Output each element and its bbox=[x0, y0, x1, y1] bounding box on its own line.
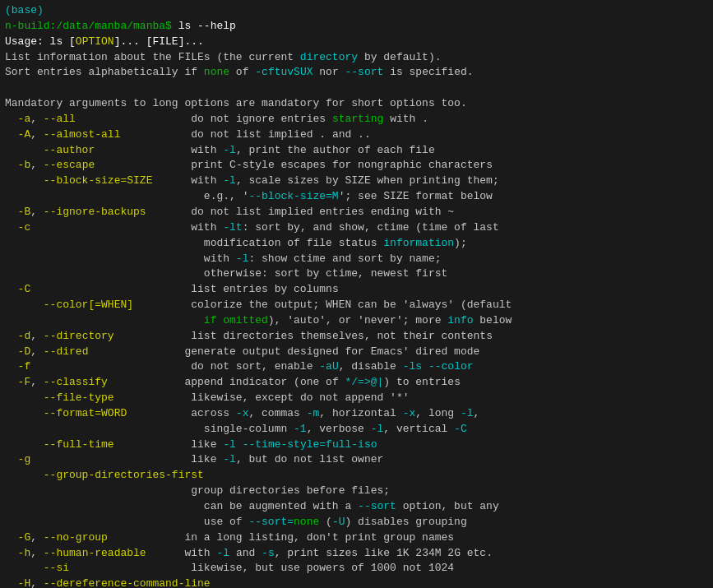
line-color2: if omitted), 'auto', or 'never'; more in… bbox=[5, 313, 708, 329]
line-blank1 bbox=[5, 81, 708, 96]
line-c2: modification of file status information)… bbox=[5, 236, 708, 252]
line-group-dir4: use of --sort=none (-U) disables groupin… bbox=[5, 515, 708, 530]
line-H: -H, --dereference-command-line bbox=[5, 576, 708, 588]
line-f: -f do not sort, enable -aU, disable -ls … bbox=[5, 359, 708, 375]
line-format2: single-column -1, verbose -l, vertical -… bbox=[5, 422, 708, 438]
line-block-size: --block-size=SIZE with -l, scale sizes b… bbox=[5, 174, 708, 189]
line-d: -d, --directory list directories themsel… bbox=[5, 329, 708, 345]
line-prompt: n-build:/data/manba/manba$ ls --help bbox=[5, 19, 708, 35]
line-A: -A, --almost-all do not list implied . a… bbox=[5, 127, 708, 143]
line-c3: with -l: show ctime and sort by name; bbox=[5, 252, 708, 267]
line-C: -C list entries by columns bbox=[5, 282, 708, 298]
line-c4: otherwise: sort by ctime, newest first bbox=[5, 266, 708, 282]
line-a: -a, --all do not ignore entries starting… bbox=[5, 112, 708, 127]
line-F: -F, --classify append indicator (one of … bbox=[5, 375, 708, 391]
line-full-time: --full-time like -l --time-style=full-is… bbox=[5, 438, 708, 453]
terminal-window: (base) n-build:/data/manba/manba$ ls --h… bbox=[0, 0, 713, 588]
line-c: -c with -lt: sort by, and show, ctime (t… bbox=[5, 220, 708, 236]
line-desc2: Sort entries alphabetically if none of -… bbox=[5, 65, 708, 81]
line-desc1: List information about the FILEs (the cu… bbox=[5, 50, 708, 66]
line-mandatory: Mandatory arguments to long options are … bbox=[5, 96, 708, 112]
line-author: --author with -l, print the author of ea… bbox=[5, 143, 708, 159]
line-B: -B, --ignore-backups do not list implied… bbox=[5, 205, 708, 220]
line-g: -g like -l, but do not list owner bbox=[5, 452, 708, 468]
line-group-dir3: can be augmented with a --sort option, b… bbox=[5, 499, 708, 515]
line-si: --si likewise, but use powers of 1000 no… bbox=[5, 561, 708, 576]
line-format: --format=WORD across -x, commas -m, hori… bbox=[5, 406, 708, 422]
line-group-dir2: group directories before files; bbox=[5, 484, 708, 499]
line-h: -h, --human-readable with -l and -s, pri… bbox=[5, 546, 708, 562]
line-D: -D, --dired generate output designed for… bbox=[5, 345, 708, 360]
line-color: --color[=WHEN] colorize the output; WHEN… bbox=[5, 298, 708, 313]
line-group-dir: --group-directories-first bbox=[5, 468, 708, 484]
line-block-size2: e.g., '--block-size=M'; see SIZE format … bbox=[5, 189, 708, 205]
line-G: -G, --no-group in a long listing, don't … bbox=[5, 530, 708, 546]
line-b: -b, --escape print C-style escapes for n… bbox=[5, 158, 708, 174]
line-file-type: --file-type likewise, except do not appe… bbox=[5, 391, 708, 406]
line-usage: Usage: ls [OPTION]... [FILE]... bbox=[5, 35, 708, 50]
line-base: (base) bbox=[5, 3, 708, 19]
